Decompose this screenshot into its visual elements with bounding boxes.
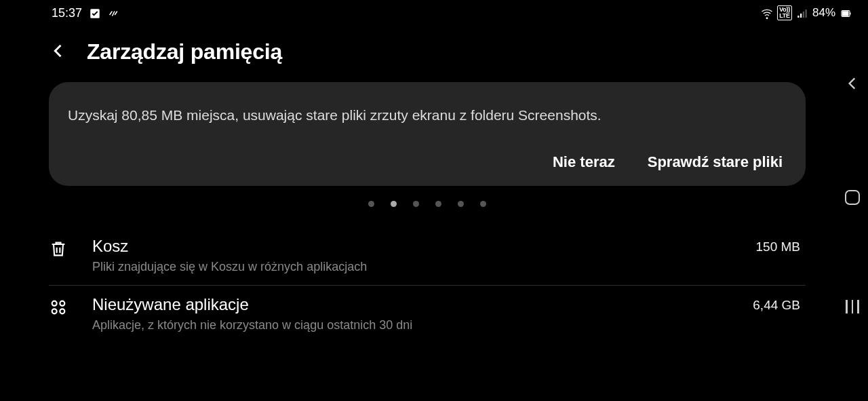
list-item-trash[interactable]: Kosz Pliki znajdujące się w Koszu w różn… (49, 227, 806, 286)
svg-rect-2 (800, 14, 802, 18)
list-item-title: Nieużywane aplikacje (92, 295, 736, 314)
svg-rect-7 (850, 12, 851, 14)
suggestion-card: Uzyskaj 80,85 MB miejsca, usuwając stare… (49, 82, 806, 186)
list-item-subtitle: Aplikacje, z których nie korzystano w ci… (92, 318, 736, 332)
list-item-title: Kosz (92, 237, 740, 256)
nav-home-button[interactable] (845, 190, 860, 205)
signal-icon (796, 6, 808, 20)
system-nav-bar (844, 75, 861, 313)
pager-dot (368, 201, 374, 207)
back-button[interactable] (49, 41, 68, 63)
weather-icon (108, 6, 120, 20)
svg-rect-3 (803, 12, 804, 18)
pager-dot (458, 201, 464, 207)
main-content: Zarządzaj pamięcią Uzyskaj 80,85 MB miej… (0, 23, 814, 343)
status-bar: 15:37 Vo))LTE 84% (0, 0, 868, 23)
card-actions: Nie teraz Sprawdź stare pliki (68, 153, 787, 171)
page-header: Zarządzaj pamięcią (41, 23, 814, 82)
svg-point-11 (60, 309, 64, 314)
storage-list: Kosz Pliki znajdujące się w Koszu w różn… (41, 227, 814, 343)
volte-badge: Vo))LTE (777, 5, 792, 20)
trash-icon (49, 237, 92, 259)
battery-percent: 84% (812, 6, 835, 20)
chevron-left-icon (49, 41, 68, 60)
pager-dots[interactable] (41, 186, 814, 227)
apps-icon (49, 295, 92, 317)
chevron-left-icon (844, 75, 861, 92)
list-item-value: 150 MB (740, 237, 800, 254)
svg-rect-4 (805, 9, 806, 18)
svg-point-9 (60, 301, 64, 306)
nav-back-button[interactable] (844, 75, 861, 95)
pager-dot-active (391, 201, 397, 207)
pager-dot (413, 201, 419, 207)
clock: 15:37 (52, 6, 82, 20)
not-now-button[interactable]: Nie teraz (553, 153, 615, 171)
page-title: Zarządzaj pamięcią (87, 39, 282, 64)
statusbar-right: Vo))LTE 84% (761, 5, 852, 20)
svg-rect-1 (797, 16, 799, 18)
pager-dot (435, 201, 441, 207)
pager-dot (480, 201, 486, 207)
statusbar-left: 15:37 (52, 6, 120, 20)
list-item-value: 6,44 GB (736, 295, 800, 313)
list-item-subtitle: Pliki znajdujące się w Koszu w różnych a… (92, 260, 740, 274)
svg-rect-6 (842, 11, 849, 16)
svg-point-8 (52, 301, 57, 306)
svg-point-10 (52, 309, 57, 314)
nav-recents-button[interactable] (846, 300, 859, 313)
list-item-unused-apps[interactable]: Nieużywane aplikacje Aplikacje, z któryc… (49, 286, 806, 343)
checkbox-icon (89, 6, 101, 20)
suggestion-message: Uzyskaj 80,85 MB miejsca, usuwając stare… (68, 105, 787, 125)
battery-icon (840, 6, 852, 20)
check-old-files-button[interactable]: Sprawdź stare pliki (648, 153, 783, 171)
wifi-icon (761, 6, 773, 20)
